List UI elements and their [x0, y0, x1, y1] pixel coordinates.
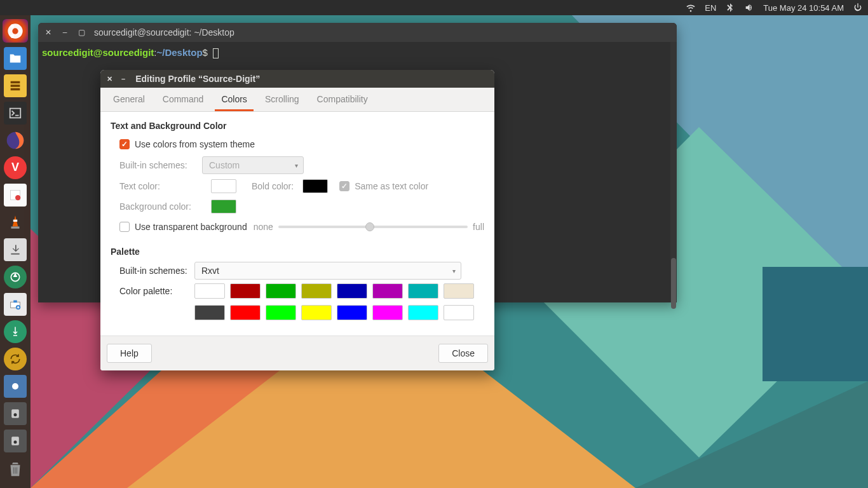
close-button[interactable]: Close: [438, 344, 488, 363]
label-text-color: Text color:: [119, 181, 202, 191]
checkbox-use-system-theme[interactable]: [119, 139, 130, 149]
transparency-slider: [278, 226, 468, 228]
launcher-disk-2[interactable]: [3, 430, 28, 453]
swatch-bg-color: [211, 200, 236, 214]
palette-color-3[interactable]: [301, 283, 332, 299]
launcher-sync[interactable]: [3, 348, 28, 371]
prompt-user: sourcedigit@sourcedigit: [42, 47, 154, 58]
prompt-dollar: $: [203, 47, 208, 58]
tab-colors[interactable]: Colors: [215, 88, 253, 111]
slider-thumb: [365, 222, 374, 231]
palette-color-10[interactable]: [266, 305, 296, 320]
section-title-text-bg: Text and Background Color: [111, 121, 484, 131]
label-bg-color: Background color:: [119, 201, 202, 212]
close-icon[interactable]: ✕: [107, 75, 112, 83]
palette-color-4[interactable]: [337, 283, 367, 299]
label-palette-schemes: Built-in schemes:: [119, 266, 194, 276]
launcher-app-a[interactable]: [3, 375, 28, 398]
slider-label-full: full: [473, 222, 484, 232]
launcher-shutter[interactable]: [3, 266, 28, 289]
dropdown-palette-schemes[interactable]: Rxvt: [194, 262, 461, 280]
prompt-path: ~/Desktop: [157, 47, 203, 58]
dialog-titlebar[interactable]: ✕ – Editing Profile “Source-Digit”: [100, 70, 494, 88]
profile-editor-dialog: ✕ – Editing Profile “Source-Digit” Gener…: [100, 70, 494, 370]
palette-color-2[interactable]: [266, 283, 296, 299]
palette-color-13[interactable]: [372, 305, 403, 320]
launcher-dock: V: [0, 15, 31, 488]
tab-compatibility[interactable]: Compatibility: [311, 88, 374, 111]
label-bold-color: Bold color:: [252, 181, 294, 191]
section-title-palette: Palette: [111, 247, 484, 257]
palette-color-15[interactable]: [444, 305, 474, 320]
palette-color-12[interactable]: [337, 305, 367, 320]
dropdown-builtin-schemes: Custom: [202, 156, 304, 174]
terminal-scrollbar[interactable]: [670, 42, 677, 302]
svg-point-16: [15, 195, 20, 200]
tab-scrolling[interactable]: Scrolling: [259, 88, 306, 111]
launcher-trash[interactable]: [3, 457, 28, 480]
swatch-bold-color: [302, 179, 328, 193]
minimize-icon[interactable]: –: [61, 28, 69, 37]
launcher-dash[interactable]: [3, 19, 28, 43]
label-same-as-text: Same as text color: [355, 181, 428, 191]
swatch-text-color: [211, 179, 236, 193]
svg-point-10: [12, 28, 18, 34]
dialog-footer: Help Close: [100, 336, 494, 370]
palette-color-11[interactable]: [301, 305, 332, 320]
label-use-system-theme: Use colors from system theme: [135, 139, 255, 149]
wifi-icon[interactable]: [686, 3, 696, 13]
language-indicator[interactable]: EN: [705, 3, 716, 13]
tab-command[interactable]: Command: [156, 88, 210, 111]
help-button[interactable]: Help: [107, 344, 152, 363]
terminal-cursor: [213, 48, 219, 58]
top-panel: EN Tue May 24 10:54 AM: [0, 0, 868, 15]
minimize-icon[interactable]: –: [121, 75, 125, 83]
scrollbar-thumb[interactable]: [671, 258, 676, 309]
svg-rect-17: [11, 226, 20, 228]
bluetooth-icon[interactable]: [725, 3, 735, 13]
palette-color-9[interactable]: [230, 305, 261, 320]
svg-point-11: [19, 29, 22, 32]
palette-color-1[interactable]: [230, 283, 261, 299]
launcher-file-manager[interactable]: [3, 74, 28, 97]
palette-grid: [194, 283, 474, 320]
terminal-body[interactable]: sourcedigit@sourcedigit:~/Desktop$: [38, 42, 677, 64]
close-icon[interactable]: ✕: [44, 28, 52, 37]
terminal-title: sourcedigit@sourcedigit: ~/Desktop: [94, 27, 234, 37]
svg-marker-6: [763, 267, 868, 381]
launcher-text-editor[interactable]: [3, 183, 28, 207]
launcher-vivaldi[interactable]: V: [3, 156, 28, 179]
launcher-disk-1[interactable]: [3, 402, 28, 426]
svg-point-25: [14, 414, 17, 417]
label-color-palette: Color palette:: [119, 283, 194, 296]
svg-point-13: [11, 34, 14, 37]
svg-rect-18: [13, 220, 18, 222]
palette-color-14[interactable]: [408, 305, 438, 320]
palette-color-0[interactable]: [194, 283, 225, 299]
volume-icon[interactable]: [744, 3, 754, 13]
checkbox-use-transparent[interactable]: [119, 222, 130, 232]
tab-general[interactable]: General: [107, 88, 151, 111]
palette-color-5[interactable]: [372, 283, 403, 299]
dialog-tabs: General Command Colors Scrolling Compati…: [100, 88, 494, 112]
terminal-titlebar[interactable]: ✕ – ▢ sourcedigit@sourcedigit: ~/Desktop: [38, 23, 677, 42]
dialog-title: Editing Profile “Source-Digit”: [135, 74, 260, 84]
clock[interactable]: Tue May 24 10:54 AM: [763, 3, 844, 13]
palette-color-7[interactable]: [444, 283, 474, 299]
checkbox-same-as-text: [339, 181, 349, 191]
power-icon[interactable]: [853, 3, 863, 13]
label-use-transparent: Use transparent background: [135, 222, 247, 232]
launcher-files[interactable]: [3, 46, 28, 70]
launcher-usb-creator[interactable]: [3, 320, 28, 344]
launcher-firefox[interactable]: [3, 128, 28, 152]
launcher-downloads[interactable]: [3, 238, 28, 262]
palette-color-8[interactable]: [194, 305, 225, 320]
launcher-terminal[interactable]: [3, 101, 28, 125]
launcher-vlc[interactable]: [3, 210, 28, 234]
svg-point-27: [14, 441, 17, 444]
dialog-body: Text and Background Color Use colors fro…: [100, 112, 494, 336]
maximize-icon[interactable]: ▢: [78, 28, 85, 37]
launcher-software[interactable]: [3, 293, 28, 316]
palette-color-6[interactable]: [408, 283, 438, 299]
label-builtin-schemes: Built-in schemes:: [119, 160, 202, 170]
